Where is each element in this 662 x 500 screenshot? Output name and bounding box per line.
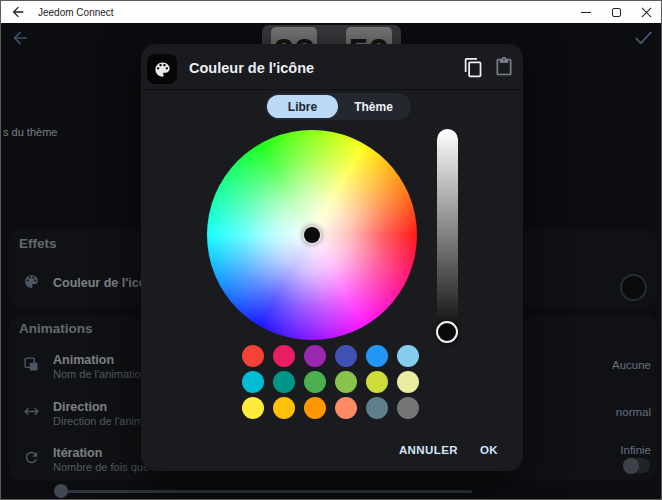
- titlebar: Jeedom Connect: [1, 1, 661, 23]
- maximize-button[interactable]: [601, 1, 631, 23]
- mode-tabs: Libre Thème: [265, 93, 411, 120]
- minimize-icon: [581, 12, 591, 13]
- color-swatch[interactable]: [366, 371, 388, 393]
- maximize-icon: [612, 8, 621, 17]
- titlebar-back-arrow-icon[interactable]: [10, 4, 26, 20]
- cancel-button[interactable]: ANNULER: [399, 444, 458, 456]
- color-swatch[interactable]: [335, 345, 357, 367]
- color-swatch[interactable]: [242, 397, 264, 419]
- color-picker-dialog: Couleur de l'icône Libre Thème ANNULER O…: [141, 44, 523, 471]
- color-swatch[interactable]: [273, 371, 295, 393]
- swatch-grid: [242, 345, 419, 419]
- color-swatch[interactable]: [273, 397, 295, 419]
- color-swatch[interactable]: [242, 345, 264, 367]
- tab-libre[interactable]: Libre: [267, 95, 338, 118]
- brightness-slider-thumb[interactable]: [436, 321, 458, 343]
- color-swatch[interactable]: [335, 397, 357, 419]
- color-swatch[interactable]: [335, 371, 357, 393]
- app-window: Jeedom Connect 22 : 59 s du thème Effets: [0, 0, 662, 500]
- window-title: Jeedom Connect: [38, 7, 114, 18]
- minimize-button[interactable]: [571, 1, 601, 23]
- tab-theme[interactable]: Thème: [338, 95, 409, 118]
- color-swatch[interactable]: [397, 397, 419, 419]
- color-swatch[interactable]: [304, 345, 326, 367]
- color-swatch[interactable]: [366, 345, 388, 367]
- color-swatch[interactable]: [304, 371, 326, 393]
- color-swatch[interactable]: [242, 371, 264, 393]
- dialog-title: Couleur de l'icône: [189, 60, 314, 76]
- color-swatch[interactable]: [304, 397, 326, 419]
- ok-button[interactable]: OK: [480, 444, 498, 456]
- color-swatch[interactable]: [366, 397, 388, 419]
- brightness-slider[interactable]: [437, 129, 458, 342]
- palette-icon: [153, 60, 172, 79]
- color-swatch[interactable]: [397, 345, 419, 367]
- close-icon: [641, 7, 652, 18]
- copy-icon[interactable]: [463, 57, 484, 78]
- color-wheel-marker[interactable]: [304, 227, 320, 243]
- app-content: 22 : 59 s du thème Effets Couleur de l'i…: [1, 23, 662, 500]
- close-button[interactable]: [631, 1, 661, 23]
- clipboard-icon[interactable]: [494, 56, 514, 78]
- dialog-divider: [141, 89, 523, 90]
- color-swatch[interactable]: [397, 371, 419, 393]
- dialog-actions: ANNULER OK: [399, 444, 498, 456]
- dialog-icon-box: [147, 54, 177, 84]
- color-swatch[interactable]: [273, 345, 295, 367]
